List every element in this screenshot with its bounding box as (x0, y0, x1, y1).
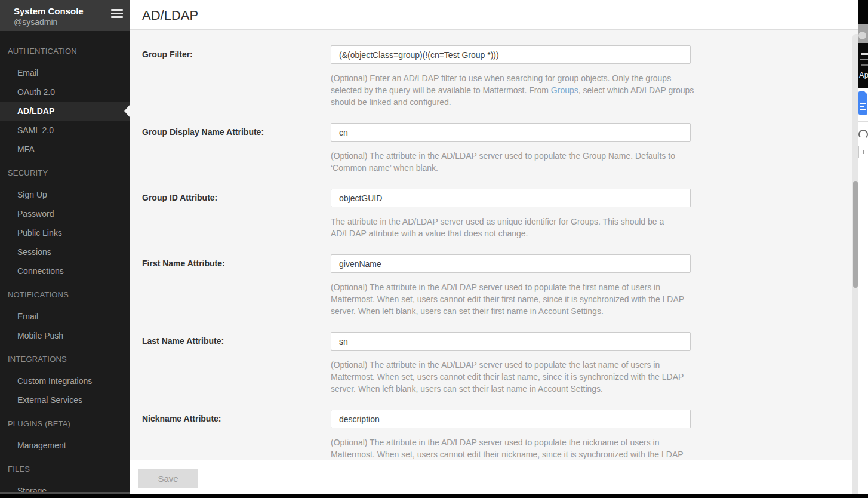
save-button[interactable]: Save (138, 469, 198, 488)
field-label: Group Display Name Attribute: (142, 123, 331, 174)
field-help-text: (Optional) The attribute in the AD/LDAP … (331, 436, 696, 460)
field-input[interactable] (331, 123, 691, 142)
sidebar-item-mobile-push[interactable]: Mobile Push (0, 326, 130, 345)
sidebar-item-ad-ldap[interactable]: AD/LDAP (0, 102, 130, 121)
form-row: Group ID Attribute: The attribute in the… (142, 189, 858, 239)
sidebar-item-connections[interactable]: Connections (0, 262, 130, 281)
form-row: Group Display Name Attribute: (Optional)… (142, 123, 858, 174)
form-row: Nickname Attribute: (Optional) The attri… (142, 410, 858, 460)
field-column: (Optional) The attribute in the AD/LDAP … (331, 332, 858, 395)
field-input[interactable] (331, 332, 691, 351)
field-column: (Optional) The attribute in the AD/LDAP … (331, 254, 858, 317)
field-help-text: (Optional) The attribute in the AD/LDAP … (331, 359, 696, 395)
sidebar: System Console @sysadmin AUTHENTICATION … (0, 0, 130, 498)
text-cursor-mark (863, 150, 864, 154)
background-window-docbar (858, 88, 868, 121)
sidebar-section-label: NOTIFICATIONS (0, 290, 130, 300)
background-window-body (858, 122, 868, 494)
page-header: AD/LDAP (130, 0, 858, 30)
sidebar-item-external-services[interactable]: External Services (0, 391, 130, 410)
sidebar-header: System Console @sysadmin (0, 0, 130, 31)
field-input[interactable] (331, 189, 691, 207)
sidebar-header-titles: System Console @sysadmin (14, 5, 84, 27)
field-column: (Optional) The attribute in the AD/LDAP … (331, 410, 858, 460)
sidebar-section-label: FILES (0, 465, 130, 474)
scrollbar-thumb[interactable] (853, 181, 858, 288)
bottom-window-edge (0, 494, 868, 498)
sidebar-nav: AUTHENTICATION Email OAuth 2.0 AD/LDAP S… (0, 31, 130, 498)
console-title: System Console (14, 5, 84, 17)
menu-text-fragment (861, 53, 868, 55)
main-vertical-scrollbar[interactable] (852, 34, 858, 494)
groups-link[interactable]: Groups (551, 85, 578, 95)
field-input[interactable] (331, 254, 691, 273)
page-title: AD/LDAP (142, 8, 858, 23)
sidebar-item-oauth-2-0[interactable]: OAuth 2.0 (0, 82, 130, 102)
sidebar-item-mfa[interactable]: MFA (0, 140, 130, 159)
menu-icon[interactable] (111, 9, 123, 20)
background-partial-text: Ap (859, 70, 868, 79)
field-input[interactable] (331, 410, 691, 428)
field-input[interactable] (331, 45, 691, 64)
menu-text-fragment (860, 59, 868, 60)
sidebar-item-management[interactable]: Management (0, 436, 130, 455)
sidebar-section-label: AUTHENTICATION (0, 47, 130, 56)
menu-text-fragment (861, 64, 868, 66)
field-column: (Optional) The attribute in the AD/LDAP … (331, 123, 858, 174)
undo-arc-icon (858, 130, 868, 139)
field-label: Group Filter: (142, 45, 331, 108)
field-label: Group ID Attribute: (142, 189, 331, 239)
background-window-titlebar (858, 0, 868, 24)
sidebar-item-password[interactable]: Password (0, 204, 130, 223)
background-window-menubar: Ap (858, 43, 868, 88)
field-help-text: (Optional) The attribute in the AD/LDAP … (331, 281, 696, 317)
field-label: Last Name Attribute: (142, 332, 331, 395)
sidebar-item-custom-integrations[interactable]: Custom Integrations (0, 371, 130, 391)
console-username: @sysadmin (14, 17, 84, 27)
sidebar-item-public-links[interactable]: Public Links (0, 223, 130, 242)
form-row: Group Filter: (Optional) Enter an AD/LDA… (142, 45, 858, 108)
form-row: First Name Attribute: (Optional) The att… (142, 254, 858, 317)
sidebar-section-label: SECURITY (0, 168, 130, 178)
sidebar-section: PLUGINS (BETA) Management (0, 419, 130, 455)
sidebar-section: SECURITY Sign Up Password Public Links S… (0, 168, 130, 281)
field-help-text: (Optional) The attribute in the AD/LDAP … (331, 150, 696, 174)
footer-bar: Save (130, 460, 858, 494)
field-column: The attribute in the AD/LDAP server used… (331, 189, 858, 239)
field-help-text: (Optional) Enter an AD/LDAP filter to us… (331, 72, 696, 108)
sidebar-section: AUTHENTICATION Email OAuth 2.0 AD/LDAP S… (0, 47, 130, 159)
field-help-text: The attribute in the AD/LDAP server used… (331, 216, 696, 239)
sidebar-section: NOTIFICATIONS Email Mobile Push (0, 290, 130, 345)
partial-toolbar-control (858, 146, 868, 158)
field-column: (Optional) Enter an AD/LDAP filter to us… (331, 45, 858, 108)
sidebar-item-sign-up[interactable]: Sign Up (0, 185, 130, 204)
field-label: First Name Attribute: (142, 254, 331, 317)
document-icon[interactable] (858, 91, 867, 115)
background-window-toolbar (858, 24, 868, 43)
avatar-icon (858, 32, 866, 39)
sidebar-item-sessions[interactable]: Sessions (0, 242, 130, 262)
app-root: System Console @sysadmin AUTHENTICATION … (0, 0, 868, 498)
sidebar-item-email[interactable]: Email (0, 63, 130, 82)
field-label: Nickname Attribute: (142, 410, 331, 460)
sidebar-item-saml-2-0[interactable]: SAML 2.0 (0, 121, 130, 140)
sidebar-section-label: INTEGRATIONS (0, 355, 130, 364)
form-row: Last Name Attribute: (Optional) The attr… (142, 332, 858, 395)
sidebar-item-email[interactable]: Email (0, 307, 130, 326)
sidebar-section: INTEGRATIONS Custom Integrations Externa… (0, 355, 130, 410)
sidebar-section-label: PLUGINS (BETA) (0, 419, 130, 429)
settings-form: Group Filter: (Optional) Enter an AD/LDA… (130, 30, 858, 460)
main-pane: AD/LDAP Group Filter: (Optional) Enter a… (130, 0, 858, 494)
